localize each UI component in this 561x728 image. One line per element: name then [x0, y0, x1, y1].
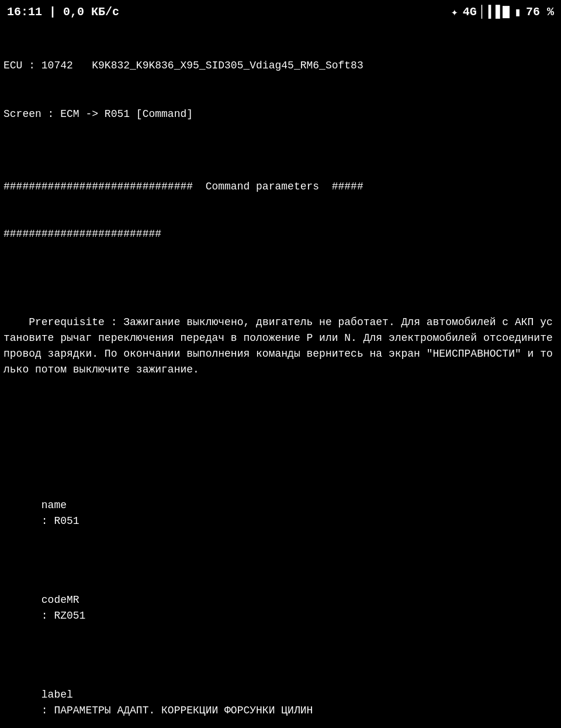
field-label: label : ПАРАМЕТРЫ АДАПТ. КОРРЕКЦИИ ФОРСУ…: [4, 671, 557, 728]
separator-line-2: #########################: [4, 226, 557, 242]
separator: |: [49, 5, 63, 19]
battery-level: 76 %: [526, 5, 554, 19]
battery-icon: ▮: [514, 5, 521, 19]
ecu-model: K9K832_K9K836_X95_SID305_Vdiag45_RM6_Sof…: [92, 60, 363, 71]
screen-label: Screen : ECM -> R051 [Command]: [4, 108, 193, 120]
time: 16:11: [7, 5, 42, 19]
signal-icon: ▏▍▋█: [482, 5, 510, 19]
network-label: 4G: [463, 5, 477, 19]
status-bar: 16:11 | 0,0 КБ/с ✦ 4G ▏▍▋█ ▮ 76 %: [0, 0, 561, 24]
main-content: ECU : 10742 K9K832_K9K836_X95_SID305_Vdi…: [0, 24, 561, 728]
screen-line: Screen : ECM -> R051 [Command]: [4, 106, 557, 122]
ecu-line: ECU : 10742 K9K832_K9K836_X95_SID305_Vdi…: [4, 58, 557, 74]
separator-line-1: ############################## Command p…: [4, 179, 557, 195]
field-codemr: codeMR : RZ051: [4, 577, 557, 640]
ecu-label: ECU : 10742: [4, 60, 73, 71]
fields-block: name : R051 codeMR : RZ051 label : ПАРАМ…: [4, 450, 557, 728]
prerequisite-label: Prerequisite: [29, 316, 105, 328]
status-right: ✦ 4G ▏▍▋█ ▮ 76 %: [451, 5, 554, 19]
field-name: name : R051: [4, 482, 557, 545]
speed: 0,0 КБ/с: [63, 5, 119, 19]
prerequisite-block: Prerequisite : Зажигание выключено, двиг…: [4, 299, 557, 394]
bluetooth-icon: ✦: [451, 5, 458, 19]
status-left: 16:11 | 0,0 КБ/с: [7, 5, 119, 19]
